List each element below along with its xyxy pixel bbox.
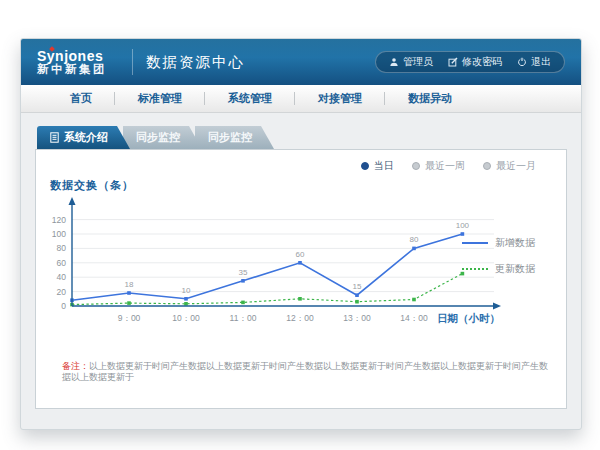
filter-radio-1[interactable]: 最近一周 — [412, 159, 465, 173]
logo-text-cn: 新中新集团 — [37, 63, 107, 75]
svg-text:10：00: 10：00 — [172, 313, 200, 323]
radio-label: 最近一周 — [425, 159, 465, 173]
radio-dot — [483, 162, 491, 170]
user-menu-label: 管理员 — [403, 55, 433, 69]
chart-legend: 新增数据更新数据 — [462, 236, 548, 276]
tab-label: 系统介绍 — [64, 130, 108, 145]
svg-text:100: 100 — [456, 221, 470, 230]
legend-item-0: 新增数据 — [462, 236, 548, 250]
app-header: Synjones 新中新集团 数据资源中心 管理员修改密码退出 — [21, 39, 581, 85]
legend-label: 更新数据 — [495, 262, 535, 276]
svg-text:0: 0 — [61, 301, 66, 311]
user-menu-label: 退出 — [531, 55, 551, 69]
footnote-label: 备注： — [62, 361, 89, 371]
user-menu-item-logout[interactable]: 退出 — [517, 55, 551, 69]
svg-text:80: 80 — [410, 235, 419, 244]
app-window: Synjones 新中新集团 数据资源中心 管理员修改密码退出 首页标准管理系统… — [20, 38, 582, 430]
nav-item-2[interactable]: 系统管理 — [205, 91, 295, 106]
tab-label: 同步监控 — [208, 130, 252, 145]
line-chart: 0204060801001209：0010：0011：0012：0013：001… — [36, 180, 506, 346]
document-icon — [50, 132, 59, 143]
tab-0[interactable]: 系统介绍 — [37, 126, 130, 149]
svg-text:13：00: 13：00 — [343, 313, 371, 323]
time-range-filter: 当日最近一周最近一月 — [361, 159, 536, 173]
user-menu-label: 修改密码 — [462, 55, 502, 69]
radio-label: 当日 — [374, 159, 394, 173]
tab-bar: 系统介绍同步监控同步监控 — [37, 126, 567, 149]
svg-text:15: 15 — [353, 282, 362, 291]
svg-text:60: 60 — [57, 258, 67, 268]
radio-dot — [361, 162, 369, 170]
footnote: 备注：以上数据更新于时间产生数据以上数据更新于时间产生数据以上数据更新于时间产生… — [36, 361, 566, 408]
legend-swatch — [462, 268, 488, 270]
y-axis-title: 数据交换（条） — [50, 178, 134, 193]
edit-icon — [448, 57, 458, 67]
svg-text:日期（小时）: 日期（小时） — [437, 312, 500, 325]
company-logo: Synjones 新中新集团 — [37, 49, 107, 76]
svg-text:35: 35 — [239, 268, 248, 277]
logo-text-en: Synjones — [37, 49, 107, 64]
user-menu-item-user[interactable]: 管理员 — [389, 55, 433, 69]
chart-panel: 当日最近一周最近一月 数据交换（条） 0204060801001209：0010… — [35, 149, 567, 409]
main-nav: 首页标准管理系统管理对接管理数据异动 — [21, 85, 581, 113]
legend-label: 新增数据 — [495, 236, 535, 250]
page-title: 数据资源中心 — [146, 53, 245, 72]
svg-text:12：00: 12：00 — [286, 313, 314, 323]
svg-text:40: 40 — [57, 272, 67, 282]
tab-1[interactable]: 同步监控 — [123, 126, 202, 149]
nav-item-3[interactable]: 对接管理 — [295, 91, 385, 106]
svg-text:9：00: 9：00 — [118, 313, 141, 323]
legend-item-1: 更新数据 — [462, 262, 548, 276]
svg-text:120: 120 — [52, 215, 66, 225]
nav-item-0[interactable]: 首页 — [47, 91, 115, 106]
svg-text:14：00: 14：00 — [400, 313, 428, 323]
nav-item-1[interactable]: 标准管理 — [115, 91, 205, 106]
svg-text:11：00: 11：00 — [230, 313, 257, 323]
svg-text:80: 80 — [57, 243, 67, 253]
radio-dot — [412, 162, 420, 170]
tab-2[interactable]: 同步监控 — [195, 126, 274, 149]
content-area: 系统介绍同步监控同步监控 当日最近一周最近一月 数据交换（条） 02040608… — [21, 113, 581, 409]
radio-label: 最近一月 — [496, 159, 536, 173]
user-icon — [389, 57, 399, 67]
header-divider — [132, 49, 133, 75]
filter-radio-0[interactable]: 当日 — [361, 159, 394, 173]
footnote-text: 以上数据更新于时间产生数据以上数据更新于时间产生数据以上数据更新于时间产生数据以… — [62, 361, 548, 383]
legend-swatch — [462, 242, 488, 244]
svg-text:20: 20 — [57, 287, 67, 297]
svg-text:60: 60 — [296, 250, 305, 259]
logout-icon — [517, 57, 527, 67]
user-menu: 管理员修改密码退出 — [375, 51, 565, 73]
tab-label: 同步监控 — [136, 130, 180, 145]
nav-item-4[interactable]: 数据异动 — [385, 91, 475, 106]
user-menu-item-edit[interactable]: 修改密码 — [448, 55, 502, 69]
svg-text:100: 100 — [52, 229, 66, 239]
filter-radio-2[interactable]: 最近一月 — [483, 159, 536, 173]
svg-text:18: 18 — [125, 280, 134, 289]
svg-text:10: 10 — [182, 286, 191, 295]
